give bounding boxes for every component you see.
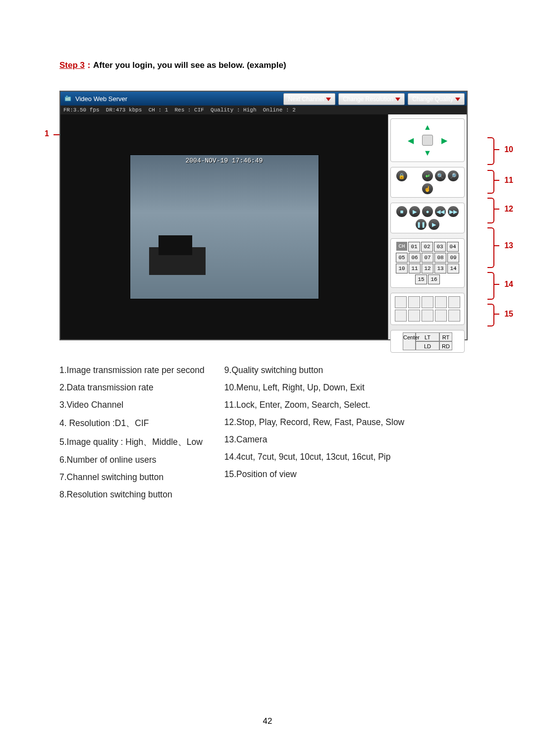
channel-header: CH — [396, 242, 407, 251]
cut7-button[interactable] — [408, 296, 420, 308]
enter-button[interactable]: ↵ — [422, 170, 433, 181]
menu-nav-panel: ▲ ◀▶ ▼ — [390, 118, 465, 162]
stop-icon: ■ — [400, 209, 404, 215]
cut9-button[interactable] — [422, 296, 433, 308]
slow-icon: ▶ — [432, 221, 436, 228]
callout-12: 12 — [504, 205, 513, 214]
osd-timestamp: 2004-NOV-19 17:46:49 — [130, 157, 319, 164]
legend-right: 9.Quality switching button 10.Menu, Left… — [224, 365, 404, 507]
callout-10: 10 — [504, 145, 513, 154]
pause-button[interactable]: ❚❚ — [416, 219, 427, 230]
channel-button[interactable]: 14 — [447, 264, 459, 273]
stop-button[interactable]: ■ — [396, 206, 407, 217]
pause-icon: ❚❚ — [417, 221, 426, 228]
rewind-button[interactable]: ◀◀ — [435, 206, 446, 217]
channel-button[interactable]: 16 — [428, 274, 440, 284]
channel-button[interactable]: 08 — [434, 253, 446, 263]
channel-button[interactable]: 04 — [447, 242, 459, 252]
down-arrow-icon[interactable]: ▼ — [420, 149, 435, 158]
step-text: After you login, you will see as below. … — [93, 60, 286, 70]
function-panel: 🔒 ↵ 🔍 🔎 ☝ — [390, 167, 465, 198]
status-dr: DR:473 kbps — [106, 107, 142, 113]
search-button[interactable]: 🔎 — [448, 170, 459, 181]
cut13-button[interactable] — [448, 296, 460, 308]
legend-item: 6.Number of online users — [59, 455, 205, 465]
diagram: 2 3 4 5 6 7 8 9 1 10 11 12 13 14 — [59, 91, 485, 340]
channel-button[interactable]: 09 — [447, 253, 459, 263]
fast-icon: ▶▶ — [449, 209, 457, 215]
status-ch: CH : 1 — [149, 107, 168, 113]
cut16-button[interactable] — [395, 310, 407, 322]
step-label: Step 3 — [59, 60, 85, 70]
zoom-out-button[interactable] — [422, 310, 433, 322]
legend-item: 5.Image quality : High、Middle、Low — [59, 436, 205, 448]
zoom-in-button[interactable] — [448, 310, 460, 322]
pos-rt-button[interactable]: RT — [439, 332, 452, 341]
zoom-icon: 🔍 — [437, 173, 444, 179]
legend-item: 15.Position of view — [224, 469, 404, 480]
fast-button[interactable]: ▶▶ — [448, 206, 459, 217]
play-button[interactable]: ▶ — [409, 206, 420, 217]
pos-rd-button[interactable]: RD — [439, 341, 452, 350]
change-quality-button[interactable]: Change Quality — [408, 93, 465, 105]
left-arrow-icon[interactable]: ◀ — [403, 136, 418, 145]
play-icon: ▶ — [413, 209, 417, 215]
video-web-server-window: Video Web Server Next Channel Change Res… — [59, 91, 468, 340]
bracket-icon — [487, 170, 494, 194]
status-bar: FR:3.50 fps DR:473 kbps CH : 1 Res : CIF… — [60, 106, 467, 114]
channel-button[interactable]: 01 — [408, 242, 420, 252]
status-fr: FR:3.50 fps — [63, 107, 100, 113]
pip-button[interactable] — [408, 310, 420, 322]
slow-button[interactable]: ▶ — [428, 219, 439, 230]
page-number: 42 — [0, 716, 535, 726]
record-button[interactable]: ● — [422, 206, 433, 217]
legend-item: 2.Data transmission rate — [59, 382, 205, 393]
channel-button[interactable]: 10 — [396, 264, 408, 273]
callout-15: 15 — [504, 310, 513, 319]
channel-button[interactable]: 02 — [421, 242, 433, 252]
cut10-button[interactable] — [435, 296, 447, 308]
channel-button[interactable]: 12 — [422, 264, 433, 273]
channel-button[interactable]: 11 — [409, 264, 421, 273]
next-channel-button[interactable]: Next Channel — [283, 93, 335, 105]
channel-button[interactable]: 07 — [422, 253, 433, 263]
legend-item: 1.Image transmission rate per second — [59, 365, 205, 376]
fit-button[interactable] — [435, 310, 447, 322]
channel-button[interactable]: 05 — [396, 253, 408, 263]
legend-item: 8.Resolution switching button — [59, 489, 205, 500]
leader-line — [494, 284, 499, 285]
enter-icon: ↵ — [426, 173, 430, 179]
channel-button[interactable]: 06 — [409, 253, 421, 263]
step-title: Step 3：After you login, you will see as … — [59, 59, 476, 71]
right-arrow-icon[interactable]: ▶ — [437, 136, 452, 145]
pos-center-button[interactable]: Center — [403, 332, 416, 350]
menu-icon[interactable] — [422, 135, 433, 146]
select-button[interactable]: ☝ — [422, 183, 433, 194]
camera-frame: 2004-NOV-19 17:46:49 — [130, 155, 319, 299]
bracket-icon — [487, 227, 494, 268]
status-res: Res : CIF — [174, 107, 204, 113]
status-online: Online : 2 — [263, 107, 296, 113]
pos-ld-button[interactable]: LD — [416, 341, 439, 350]
bracket-icon — [487, 137, 494, 165]
callout-14: 14 — [504, 280, 513, 289]
position-panel: LT Center RT LD RD — [390, 330, 465, 353]
cut4-button[interactable] — [395, 296, 407, 308]
channel-button[interactable]: 13 — [434, 264, 446, 273]
record-icon: ● — [426, 209, 429, 215]
change-resolution-button[interactable]: Change Resolution — [338, 93, 405, 105]
channel-button[interactable]: 03 — [434, 242, 446, 252]
leader-line — [494, 149, 499, 150]
bracket-icon — [487, 198, 494, 223]
leader-line — [494, 245, 499, 246]
up-arrow-icon[interactable]: ▲ — [420, 123, 435, 132]
legend-item: 4. Resolution :D1、CIF — [59, 417, 205, 429]
callout-13: 13 — [504, 241, 513, 250]
zoom-button[interactable]: 🔍 — [435, 170, 446, 181]
channel-button[interactable]: 15 — [415, 274, 427, 284]
side-panel: ▲ ◀▶ ▼ 🔒 ↵ 🔍 🔎 ☝ ■ — [388, 114, 467, 339]
step-colon: ： — [85, 60, 93, 70]
legend-item: 10.Menu, Left, Right, Up, Down, Exit — [224, 382, 404, 393]
video-area: 2004-NOV-19 17:46:49 — [60, 114, 388, 339]
lock-button[interactable]: 🔒 — [396, 170, 407, 181]
